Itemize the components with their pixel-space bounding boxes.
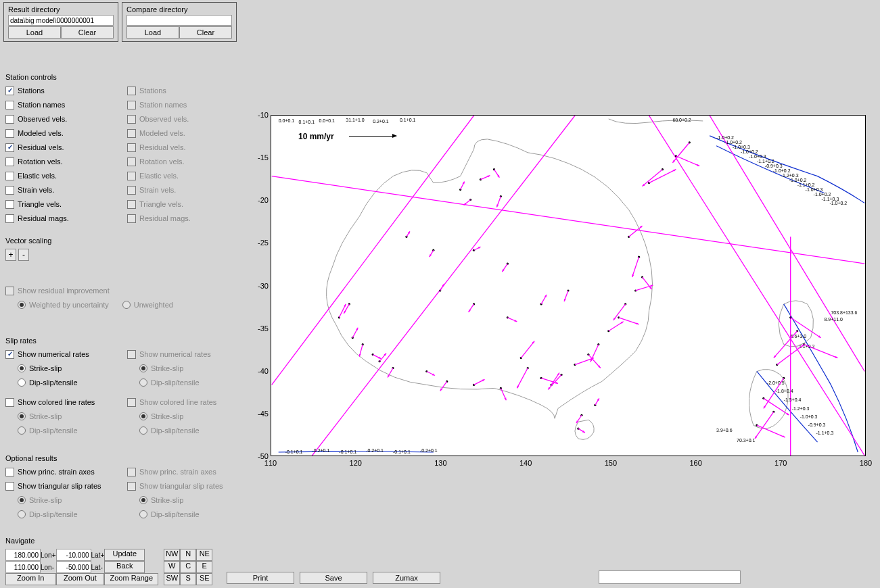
station-check-7[interactable] <box>5 186 14 195</box>
svg-line-78 <box>521 341 534 358</box>
station-controls-section: Station controls StationsStation namesOb… <box>5 73 235 228</box>
station-check-3[interactable] <box>5 129 14 138</box>
station-check-b6[interactable] <box>127 172 136 180</box>
print-button[interactable]: Print <box>227 572 294 584</box>
tri-slip-checkbox[interactable] <box>5 482 14 491</box>
compass-w-button[interactable]: W <box>164 561 180 573</box>
princ-strain-2-checkbox[interactable] <box>127 468 136 476</box>
princ-strain-checkbox[interactable] <box>5 468 14 476</box>
tri2-dip-slip-radio[interactable] <box>139 510 147 518</box>
station-check-6[interactable] <box>5 172 14 180</box>
compass-e-button[interactable]: E <box>196 561 212 573</box>
compare-load-button[interactable]: Load <box>126 26 179 39</box>
station-check-b3[interactable] <box>127 129 136 138</box>
weighted-radio[interactable] <box>18 301 26 309</box>
map-canvas[interactable]: 10 mm/yr <box>271 115 866 456</box>
station-check-4[interactable] <box>5 143 14 152</box>
station-check-b4[interactable] <box>127 143 136 152</box>
svg-marker-136 <box>564 299 566 301</box>
svg-text:-0.2+0.1: -0.2+0.1 <box>312 448 330 453</box>
station-check-8[interactable] <box>5 200 14 209</box>
station-check-0[interactable] <box>5 87 14 95</box>
compass-n-button[interactable]: N <box>180 549 196 561</box>
compass-se-button[interactable]: SE <box>196 573 212 585</box>
slip-rates-title: Slip rates <box>5 337 235 345</box>
show-residual-improvement-checkbox[interactable] <box>5 287 14 295</box>
update-button[interactable]: Update <box>104 549 145 561</box>
unweighted-radio[interactable] <box>122 301 131 309</box>
svg-text:-0.9+0.3: -0.9+0.3 <box>765 164 783 168</box>
station-check-9[interactable] <box>5 214 14 223</box>
tri-dip-slip-radio[interactable] <box>18 510 26 518</box>
colored-strike-slip-radio[interactable] <box>18 412 26 420</box>
save-button[interactable]: Save <box>300 572 367 584</box>
svg-text:-0.2+0.1: -0.2+0.1 <box>366 448 384 453</box>
numeric2-strike-slip-radio[interactable] <box>139 364 147 372</box>
station-check-b0[interactable] <box>127 87 136 95</box>
scale-arrow-icon <box>349 136 396 137</box>
zoom-range-button[interactable]: Zoom Range <box>104 573 158 585</box>
svg-text:703.8+133.6: 703.8+133.6 <box>831 310 857 315</box>
station-check-b9[interactable] <box>127 214 136 223</box>
svg-marker-85 <box>555 382 558 384</box>
tri-slip-2-checkbox[interactable] <box>127 482 136 491</box>
lat-plus-input[interactable] <box>56 549 91 561</box>
svg-text:-1.0+0.2: -1.0+0.2 <box>716 135 734 140</box>
station-check-2[interactable] <box>5 115 14 124</box>
scale-minus-button[interactable]: - <box>18 249 29 261</box>
result-load-button[interactable]: Load <box>8 26 61 39</box>
svg-line-117 <box>632 257 639 277</box>
station-check-1[interactable] <box>5 101 14 109</box>
compass-c-button[interactable]: C <box>180 561 196 573</box>
zoom-out-button[interactable]: Zoom Out <box>56 573 105 585</box>
svg-line-3 <box>649 116 865 456</box>
colored-dip-slip-radio[interactable] <box>18 426 26 435</box>
show-numerical-rates-2-checkbox[interactable] <box>127 350 136 359</box>
compass-sw-button[interactable]: SW <box>164 573 180 585</box>
lon-plus-input[interactable] <box>5 549 41 561</box>
numeric-strike-slip-radio[interactable] <box>18 364 26 372</box>
svg-text:-1.0+0.3: -1.0+0.3 <box>806 187 823 192</box>
compass-s-button[interactable]: S <box>180 573 196 585</box>
lon-minus-input[interactable] <box>5 561 41 573</box>
status-input[interactable] <box>599 570 741 584</box>
svg-text:-1.2+0.3: -1.2+0.3 <box>781 173 799 178</box>
compare-clear-button[interactable]: Clear <box>179 26 232 39</box>
result-dir-input[interactable] <box>8 15 114 26</box>
numeric2-dip-slip-radio[interactable] <box>139 378 147 387</box>
compare-dir-input[interactable] <box>126 15 232 26</box>
svg-text:-1.0+0.3: -1.0+0.3 <box>733 145 750 149</box>
scale-label: 10 mm/yr <box>298 132 334 141</box>
station-check-b2[interactable] <box>127 115 136 124</box>
svg-marker-196 <box>835 356 837 358</box>
svg-text:70.3+0.1: 70.3+0.1 <box>737 438 755 443</box>
station-check-b7[interactable] <box>127 186 136 195</box>
svg-text:0.1+0.1: 0.1+0.1 <box>299 120 315 124</box>
show-residual-improvement-label: Show residual improvement <box>18 287 110 295</box>
compass-nw-button[interactable]: NW <box>164 549 180 561</box>
navigate-section: Navigate Lon+ Lat+ Update NW N NE Lon- L… <box>5 537 212 585</box>
lat-minus-input[interactable] <box>56 561 91 573</box>
show-numerical-rates-checkbox[interactable] <box>5 350 14 359</box>
tri2-strike-slip-radio[interactable] <box>139 496 147 504</box>
show-colored-rates-2-checkbox[interactable] <box>127 398 136 407</box>
tri-strike-slip-radio[interactable] <box>18 496 26 504</box>
colored2-strike-slip-radio[interactable] <box>139 412 147 420</box>
numeric-dip-slip-radio[interactable] <box>18 378 26 387</box>
back-button[interactable]: Back <box>104 561 145 573</box>
svg-text:0.0+0.1: 0.0+0.1 <box>279 118 295 123</box>
svg-text:68.0+0.2: 68.0+0.2 <box>672 118 691 122</box>
station-check-b1[interactable] <box>127 101 136 109</box>
zumax-button[interactable]: Zumax <box>373 572 440 584</box>
bottom-buttons: Print Save Zumax <box>227 572 440 584</box>
station-check-b5[interactable] <box>127 157 136 166</box>
station-check-5[interactable] <box>5 157 14 166</box>
show-colored-rates-checkbox[interactable] <box>5 398 14 407</box>
svg-line-1 <box>272 116 474 385</box>
result-clear-button[interactable]: Clear <box>61 26 114 39</box>
scale-plus-button[interactable]: + <box>5 249 16 261</box>
compass-ne-button[interactable]: NE <box>196 549 212 561</box>
colored2-dip-slip-radio[interactable] <box>139 426 147 435</box>
station-check-b8[interactable] <box>127 200 136 209</box>
zoom-in-button[interactable]: Zoom In <box>5 573 56 585</box>
